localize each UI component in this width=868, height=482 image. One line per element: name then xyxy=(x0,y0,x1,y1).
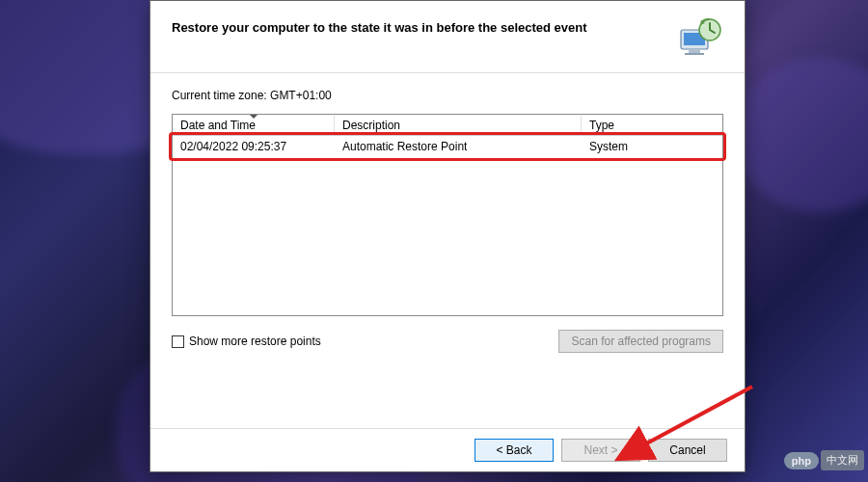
back-button[interactable]: < Back xyxy=(475,439,554,462)
cell-type: System xyxy=(582,137,722,156)
system-restore-dialog: Restore your computer to the state it wa… xyxy=(149,0,746,472)
column-header-description[interactable]: Description xyxy=(335,116,582,135)
next-button[interactable]: Next > xyxy=(561,439,640,462)
dialog-title: Restore your computer to the state it wa… xyxy=(172,16,587,35)
table-header: Date and Time Description Type xyxy=(173,115,722,136)
cancel-button[interactable]: Cancel xyxy=(648,439,727,462)
cell-datetime: 02/04/2022 09:25:37 xyxy=(173,137,335,156)
system-restore-icon xyxy=(677,16,723,59)
restore-points-table[interactable]: Date and Time Description Type 02/04/202… xyxy=(172,114,723,316)
scan-affected-button[interactable]: Scan for affected programs xyxy=(558,330,723,353)
column-header-datetime[interactable]: Date and Time xyxy=(173,116,335,135)
dialog-content: Current time zone: GMT+01:00 Date and Ti… xyxy=(150,73,745,362)
watermark-text: 中文网 xyxy=(821,450,864,470)
options-row: Show more restore points Scan for affect… xyxy=(172,330,723,353)
column-label: Date and Time xyxy=(180,119,256,132)
show-more-checkbox[interactable]: Show more restore points xyxy=(172,335,321,348)
dialog-footer: < Back Next > Cancel xyxy=(150,428,745,471)
svg-rect-3 xyxy=(685,53,704,55)
table-row[interactable]: 02/04/2022 09:25:37 Automatic Restore Po… xyxy=(173,136,722,157)
timezone-label: Current time zone: GMT+01:00 xyxy=(172,89,723,102)
watermark-badge: php xyxy=(784,452,819,469)
sort-descending-icon xyxy=(250,115,258,119)
column-header-type[interactable]: Type xyxy=(582,116,722,135)
watermark: php 中文网 xyxy=(784,450,864,470)
checkbox-label: Show more restore points xyxy=(189,335,321,348)
svg-rect-2 xyxy=(689,50,700,53)
dialog-header: Restore your computer to the state it wa… xyxy=(150,1,745,72)
cell-description: Automatic Restore Point xyxy=(335,137,582,156)
checkbox-icon xyxy=(172,335,184,348)
